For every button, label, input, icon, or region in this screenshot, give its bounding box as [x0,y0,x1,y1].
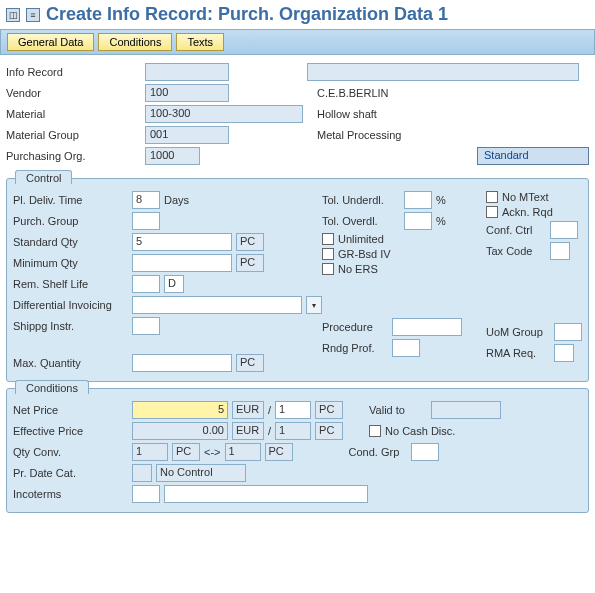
noers-checkbox[interactable] [322,263,334,275]
netprice-per[interactable]: 1 [275,401,311,419]
maxqty-label: Max. Quantity [13,357,128,369]
shelf-label: Rem. Shelf Life [13,278,128,290]
tolover-label: Tol. Overdl. [322,215,400,227]
slash2: / [268,425,271,437]
material-label: Material [6,108,141,120]
pldeliv-unit: Days [164,194,189,206]
minqty-input[interactable] [132,254,232,272]
purchgroup-label: Purch. Group [13,215,128,227]
info-record-label: Info Record [6,66,141,78]
incoterms-label: Incoterms [13,488,128,500]
material-input[interactable]: 100-300 [145,105,303,123]
tab-general-data[interactable]: General Data [7,33,94,51]
dropdown-icon[interactable]: ▾ [306,296,322,314]
procedure-label: Procedure [322,321,388,333]
detail-view-icon[interactable]: ◫ [6,8,20,22]
condgrp-input[interactable] [411,443,439,461]
validto-input[interactable] [431,401,501,419]
qtyconv-from-uom: PC [172,443,200,461]
netprice-uom: PC [315,401,343,419]
rmareq-label: RMA Req. [486,347,550,359]
netprice-label: Net Price [13,404,128,416]
matgroup-desc: Metal Processing [307,129,401,141]
nomtext-label: No MText [502,191,548,203]
confctrl-input[interactable] [550,221,578,239]
prdatecat-label: Pr. Date Cat. [13,467,128,479]
purchorg-input[interactable]: 1000 [145,147,200,165]
taxcode-label: Tax Code [486,245,546,257]
uomgroup-label: UoM Group [486,326,550,338]
title-bar: ◫ ≡ Create Info Record: Purch. Organizat… [0,0,595,29]
effprice-label: Effective Price [13,425,128,437]
qtyconv-to: 1 [225,443,261,461]
uomgroup-input[interactable] [554,323,582,341]
minqty-uom: PC [236,254,264,272]
vendor-input[interactable]: 100 [145,84,229,102]
info-record-desc [307,63,579,81]
vendor-label: Vendor [6,87,141,99]
condgrp-label: Cond. Grp [349,446,407,458]
maxqty-input[interactable] [132,354,232,372]
acknrqd-checkbox[interactable] [486,206,498,218]
tolunder-pct: % [436,194,446,206]
tolunder-label: Tol. Underdl. [322,194,400,206]
unlimited-checkbox[interactable] [322,233,334,245]
rmareq-input[interactable] [554,344,574,362]
category-link[interactable]: Standard [477,147,589,165]
stdqty-label: Standard Qty [13,236,128,248]
incoterms1-input[interactable] [132,485,160,503]
page-title: Create Info Record: Purch. Organization … [46,4,448,25]
header-area: Info Record Vendor 100 C.E.B.BERLIN Mate… [0,55,595,172]
grbsd-checkbox[interactable] [322,248,334,260]
maxqty-uom: PC [236,354,264,372]
tab-conditions[interactable]: Conditions [98,33,172,51]
shelf-unit-input[interactable]: D [164,275,184,293]
purchgroup-input[interactable] [132,212,160,230]
effprice-currency: EUR [232,422,264,440]
tab-strip: General Data Conditions Texts [0,29,595,55]
unlimited-label: Unlimited [338,233,384,245]
tolover-pct: % [436,215,446,227]
matgroup-input[interactable]: 001 [145,126,229,144]
conditions-panel-title: Conditions [15,380,89,394]
diffinv-input[interactable] [132,296,302,314]
slash: / [268,404,271,416]
matgroup-label: Material Group [6,129,141,141]
acknrqd-label: Ackn. Rqd [502,206,553,218]
procedure-input[interactable] [392,318,462,336]
nocash-checkbox[interactable] [369,425,381,437]
stdqty-uom: PC [236,233,264,251]
purchorg-label: Purchasing Org. [6,150,141,162]
effprice-uom: PC [315,422,343,440]
qtyconv-to-uom: PC [265,443,293,461]
confctrl-label: Conf. Ctrl [486,224,546,236]
info-record-input[interactable] [145,63,229,81]
incoterms2-input[interactable] [164,485,368,503]
list-view-icon[interactable]: ≡ [26,8,40,22]
tolover-input[interactable] [404,212,432,230]
tab-texts[interactable]: Texts [176,33,224,51]
shelf-input[interactable] [132,275,160,293]
effprice-input: 0.00 [132,422,228,440]
nomtext-checkbox[interactable] [486,191,498,203]
qtyconv-label: Qty Conv. [13,446,128,458]
minqty-label: Minimum Qty [13,257,128,269]
taxcode-input[interactable] [550,242,570,260]
conditions-panel: Conditions Net Price 5 EUR / 1 PC Valid … [6,388,589,513]
vendor-desc: C.E.B.BERLIN [307,87,389,99]
pldeliv-input[interactable]: 8 [132,191,160,209]
shipinstr-input[interactable] [132,317,160,335]
control-panel-title: Control [15,170,72,184]
netprice-input[interactable]: 5 [132,401,228,419]
prdatecat-input[interactable] [132,464,152,482]
netprice-currency: EUR [232,401,264,419]
prdatecat-text: No Control [156,464,246,482]
diffinv-label: Differential Invoicing [13,299,128,311]
rndgprof-input[interactable] [392,339,420,357]
arrow-label: <-> [204,446,221,458]
tolunder-input[interactable] [404,191,432,209]
pldeliv-label: Pl. Deliv. Time [13,194,128,206]
stdqty-input[interactable]: 5 [132,233,232,251]
rndgprof-label: Rndg Prof. [322,342,388,354]
control-panel: Control Pl. Deliv. Time 8 Days Purch. Gr… [6,178,589,382]
